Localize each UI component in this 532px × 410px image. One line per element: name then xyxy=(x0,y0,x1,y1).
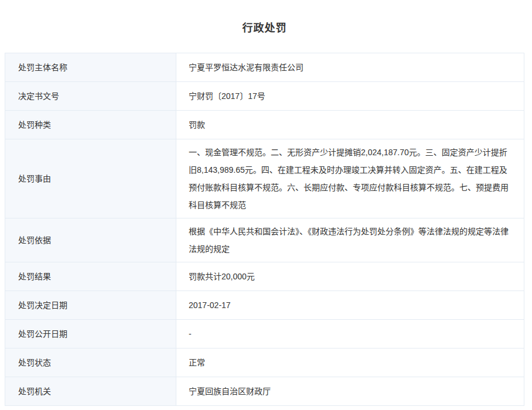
row-label: 处罚决定日期 xyxy=(5,291,176,320)
row-label: 处罚状态 xyxy=(5,348,176,377)
row-label: 处罚结果 xyxy=(5,262,176,291)
penalty-content: 行政处罚 处罚主体名称 宁夏平罗恒达水泥有限责任公司 决定书文号 宁财罚〔201… xyxy=(5,0,524,406)
row-value: 宁财罚〔2017〕17号 xyxy=(176,82,524,111)
table-row: 处罚种类 罚款 xyxy=(5,111,524,139)
table-row: 处罚主体名称 宁夏平罗恒达水泥有限责任公司 xyxy=(5,53,524,82)
row-value: 罚款共计20,000元 xyxy=(176,262,524,291)
row-value: 宁夏平罗恒达水泥有限责任公司 xyxy=(176,53,524,82)
row-label: 处罚主体名称 xyxy=(5,53,176,82)
row-value: 一、现金管理不规范。二、无形资产少计提摊销2,024,187.70元。三、固定资… xyxy=(176,139,524,218)
table-row: 处罚机关 宁夏回族自治区财政厅 xyxy=(5,377,524,406)
row-value: 正常 xyxy=(176,348,524,377)
table-row: 处罚公开日期 - xyxy=(5,320,524,348)
row-label: 处罚事由 xyxy=(5,139,176,218)
row-label: 决定书文号 xyxy=(5,82,176,111)
row-label: 处罚机关 xyxy=(5,377,176,406)
row-value: 宁夏回族自治区财政厅 xyxy=(176,377,524,406)
row-label: 处罚依据 xyxy=(5,218,176,262)
table-row: 处罚结果 罚款共计20,000元 xyxy=(5,262,524,291)
row-value: 罚款 xyxy=(176,111,524,139)
penalty-table: 处罚主体名称 宁夏平罗恒达水泥有限责任公司 决定书文号 宁财罚〔2017〕17号… xyxy=(5,53,524,406)
row-value: 根据《中华人民共和国会计法》、《财政违法行为处罚处分条例》等法律法规的规定等法律… xyxy=(176,218,524,262)
page-title: 行政处罚 xyxy=(5,0,524,35)
table-row: 处罚决定日期 2017-02-17 xyxy=(5,291,524,320)
table-row: 处罚状态 正常 xyxy=(5,348,524,377)
table-row: 处罚依据 根据《中华人民共和国会计法》、《财政违法行为处罚处分条例》等法律法规的… xyxy=(5,218,524,262)
row-label: 处罚种类 xyxy=(5,111,176,139)
row-value: - xyxy=(176,320,524,348)
row-value: 2017-02-17 xyxy=(176,291,524,320)
table-row: 决定书文号 宁财罚〔2017〕17号 xyxy=(5,82,524,111)
row-label: 处罚公开日期 xyxy=(5,320,176,348)
table-row: 处罚事由 一、现金管理不规范。二、无形资产少计提摊销2,024,187.70元。… xyxy=(5,139,524,218)
